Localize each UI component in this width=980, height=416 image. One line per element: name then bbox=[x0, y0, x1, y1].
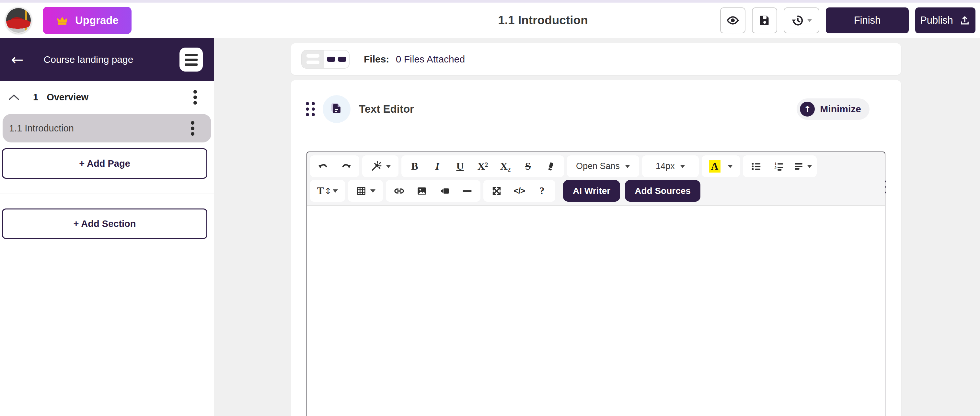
insert-link-button[interactable] bbox=[388, 180, 410, 202]
ai-format-group bbox=[362, 156, 398, 177]
ai-writer-label: AI Writer bbox=[573, 186, 610, 196]
font-size-group: 14px bbox=[642, 156, 699, 177]
eraser-icon bbox=[545, 161, 556, 172]
fullscreen-button[interactable] bbox=[485, 180, 508, 202]
page-title: 1.1 Introduction bbox=[498, 14, 588, 27]
hamburger-icon bbox=[185, 54, 197, 56]
caret-down-icon bbox=[625, 165, 630, 168]
align-select[interactable] bbox=[790, 156, 815, 177]
text-color-select[interactable]: A bbox=[704, 156, 738, 177]
save-button[interactable] bbox=[752, 8, 777, 33]
eye-icon bbox=[726, 14, 740, 27]
drag-handle-icon[interactable] bbox=[306, 102, 315, 116]
version-history-button[interactable] bbox=[784, 8, 819, 33]
back-arrow-icon[interactable]: ← bbox=[11, 52, 24, 67]
caret-down-icon bbox=[386, 165, 391, 168]
add-section-button[interactable]: + Add Section bbox=[2, 208, 207, 239]
toolbar-row-2: T ↕ bbox=[310, 180, 882, 202]
sidebar-header: ← Course landing page bbox=[0, 38, 214, 81]
finish-label: Finish bbox=[854, 14, 881, 26]
table-icon bbox=[355, 185, 367, 197]
app-root: Upgrade 1.1 Introduction bbox=[0, 0, 980, 416]
floppy-icon bbox=[758, 14, 771, 27]
table-select[interactable] bbox=[350, 180, 381, 202]
rich-text-editor: B I U X² X₂ bbox=[307, 151, 885, 416]
layout-toggle bbox=[301, 50, 350, 68]
caret-down-icon bbox=[728, 165, 733, 168]
sidebar-menu-button[interactable] bbox=[180, 48, 203, 71]
link-icon bbox=[393, 185, 405, 197]
caret-down-icon bbox=[370, 189, 375, 193]
editor-content-area[interactable] bbox=[307, 206, 885, 416]
line-height-select[interactable]: T ↕ bbox=[312, 180, 343, 202]
insert-video-button[interactable] bbox=[433, 180, 456, 202]
sidebar: ← Course landing page 1 Overview 1.1 Int… bbox=[0, 38, 214, 416]
arrow-up-circle-icon: ↑ bbox=[800, 102, 815, 116]
code-icon: </> bbox=[514, 186, 525, 196]
publish-button[interactable]: Publish bbox=[915, 8, 975, 33]
section-row-overview[interactable]: 1 Overview bbox=[0, 88, 214, 106]
editor-toolbar: B I U X² X₂ bbox=[307, 152, 885, 205]
add-sources-button[interactable]: Add Sources bbox=[625, 180, 700, 202]
add-section-label: + Add Section bbox=[73, 219, 136, 229]
upgrade-button[interactable]: Upgrade bbox=[43, 7, 132, 34]
two-column-toggle[interactable] bbox=[324, 51, 349, 68]
text-editor-header: Text Editor ↑ Minimize bbox=[291, 80, 901, 138]
minimize-button[interactable]: ↑ Minimize bbox=[797, 98, 870, 120]
add-page-label: + Add Page bbox=[79, 158, 130, 169]
image-icon bbox=[416, 185, 428, 197]
history-clock-icon bbox=[791, 14, 804, 27]
italic-button[interactable]: I bbox=[426, 156, 449, 177]
ai-writer-button[interactable]: AI Writer bbox=[563, 180, 620, 202]
redo-icon bbox=[340, 160, 352, 173]
files-status: Files: 0 Files Attached bbox=[364, 54, 465, 65]
clear-format-button[interactable] bbox=[539, 156, 562, 177]
document-icon bbox=[328, 101, 345, 117]
finish-button[interactable]: Finish bbox=[826, 8, 909, 33]
bold-button[interactable]: B bbox=[403, 156, 426, 177]
avatar[interactable] bbox=[5, 7, 32, 34]
underline-button[interactable]: U bbox=[449, 156, 471, 177]
kebab-icon bbox=[191, 121, 194, 125]
preview-button[interactable] bbox=[720, 8, 745, 33]
font-size-value: 14px bbox=[656, 161, 675, 171]
undo-button[interactable] bbox=[312, 156, 335, 177]
superscript-button[interactable]: X² bbox=[471, 156, 494, 177]
page-kebab-menu[interactable] bbox=[188, 119, 197, 138]
grid-view-icon bbox=[327, 57, 335, 62]
subscript-button[interactable]: X₂ bbox=[494, 156, 517, 177]
bullet-list-icon bbox=[750, 160, 762, 173]
magic-wand-button[interactable] bbox=[364, 156, 396, 177]
help-button[interactable]: ? bbox=[531, 180, 553, 202]
ordered-list-button[interactable]: 1 2 bbox=[767, 156, 790, 177]
files-label: Files: bbox=[364, 54, 389, 64]
toolbar-row-1: B I U X² X₂ bbox=[310, 156, 882, 177]
section-kebab-menu[interactable] bbox=[190, 88, 200, 106]
text-editor-title: Text Editor bbox=[359, 103, 414, 115]
code-view-button[interactable]: </> bbox=[508, 180, 531, 202]
list-align-group: 1 2 bbox=[743, 156, 817, 177]
upgrade-label: Upgrade bbox=[75, 14, 119, 27]
font-family-value: Open Sans bbox=[576, 161, 620, 171]
top-bar: Upgrade 1.1 Introduction bbox=[0, 3, 980, 38]
sidebar-item-introduction[interactable]: 1.1 Introduction bbox=[3, 114, 211, 143]
add-page-button[interactable]: + Add Page bbox=[2, 148, 207, 179]
unordered-list-button[interactable] bbox=[745, 156, 767, 177]
chevron-up-icon[interactable] bbox=[8, 94, 19, 101]
insert-hr-button[interactable] bbox=[456, 180, 479, 202]
svg-text:2: 2 bbox=[774, 165, 776, 169]
files-bar: Files: 0 Files Attached bbox=[291, 43, 901, 75]
font-family-select[interactable]: Open Sans bbox=[569, 156, 637, 177]
upload-icon bbox=[959, 14, 970, 26]
insert-image-button[interactable] bbox=[410, 180, 433, 202]
caret-down-icon bbox=[807, 165, 812, 168]
redo-button[interactable] bbox=[335, 156, 357, 177]
insert-group bbox=[386, 180, 480, 202]
numbered-list-icon: 1 2 bbox=[773, 160, 785, 173]
strikethrough-button[interactable]: S bbox=[517, 156, 539, 177]
font-size-select[interactable]: 14px bbox=[644, 156, 697, 177]
single-column-toggle[interactable] bbox=[302, 51, 324, 68]
line-height-group: T ↕ bbox=[310, 180, 345, 202]
files-value: 0 Files Attached bbox=[396, 54, 465, 64]
caret-down-icon bbox=[680, 165, 685, 168]
